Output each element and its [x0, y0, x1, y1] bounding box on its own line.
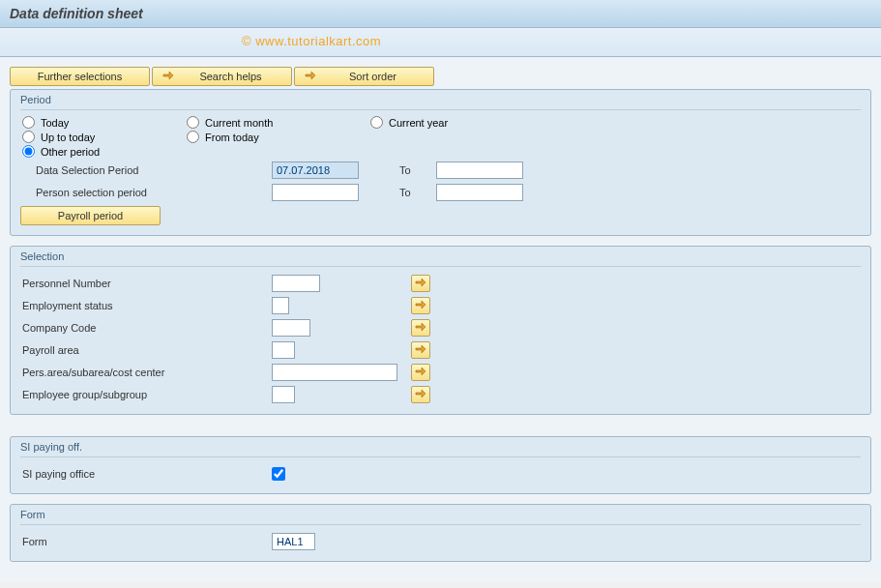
multiple-selection-button[interactable]: [411, 364, 430, 381]
selection-label: Personnel Number: [20, 278, 272, 289]
arrow-right-icon: [415, 389, 426, 400]
sort-order-button[interactable]: Sort order: [294, 67, 434, 86]
selection-input[interactable]: [272, 386, 295, 403]
radio-current-year[interactable]: Current year: [368, 116, 523, 129]
arrow-right-icon: [415, 278, 426, 289]
si-legend: SI paying off.: [20, 439, 861, 457]
arrow-right-icon: [415, 300, 426, 311]
further-selections-label: Further selections: [38, 71, 122, 82]
arrow-right-icon: [162, 71, 174, 82]
form-group: Form Form: [10, 504, 871, 562]
sort-order-label: Sort order: [322, 71, 424, 82]
radio-current-month[interactable]: Current month: [185, 116, 368, 129]
radio-other-period-label: Other period: [41, 146, 100, 158]
selection-input[interactable]: [272, 297, 289, 314]
search-helps-label: Search helps: [180, 71, 281, 82]
to-label-1: To: [388, 164, 436, 176]
radio-up-to-today-input[interactable]: [22, 131, 35, 143]
multiple-selection-button[interactable]: [411, 319, 430, 337]
selection-row: Employment status: [20, 295, 861, 315]
arrow-right-icon: [415, 344, 426, 356]
radio-other-period-input[interactable]: [22, 145, 35, 158]
person-selection-period-label: Person selection period: [20, 187, 185, 198]
period-legend: Period: [20, 92, 861, 110]
selection-label: Employment status: [20, 300, 272, 311]
radio-current-year-label: Current year: [389, 117, 448, 129]
subheader: © www.tutorialkart.com: [0, 28, 881, 57]
radio-today-input[interactable]: [22, 116, 35, 129]
selection-input[interactable]: [272, 319, 310, 337]
radio-current-month-label: Current month: [205, 117, 273, 129]
radio-current-month-input[interactable]: [187, 116, 199, 129]
selection-input[interactable]: [272, 364, 397, 381]
payroll-period-label: Payroll period: [58, 210, 123, 221]
form-label: Form: [20, 536, 272, 547]
selection-label: Employee group/subgroup: [20, 389, 272, 400]
multiple-selection-button[interactable]: [411, 275, 430, 292]
radio-up-to-today[interactable]: Up to today: [20, 131, 185, 143]
radio-today[interactable]: Today: [20, 116, 185, 129]
selection-row: Personnel Number: [20, 273, 861, 293]
data-selection-period-label: Data Selection Period: [20, 164, 185, 176]
person-selection-period-to-input[interactable]: [436, 184, 523, 201]
period-group: Period Today Current month Current year …: [10, 89, 871, 236]
radio-today-label: Today: [41, 117, 69, 129]
selection-input[interactable]: [272, 341, 295, 359]
multiple-selection-button[interactable]: [411, 386, 430, 403]
selection-label: Payroll area: [20, 344, 272, 356]
page-title: Data definition sheet: [10, 6, 143, 21]
selection-legend: Selection: [20, 249, 861, 267]
selection-label: Pers.area/subarea/cost center: [20, 367, 272, 378]
selection-group: Selection Personnel NumberEmployment sta…: [10, 246, 871, 415]
selection-row: Pers.area/subarea/cost center: [20, 362, 861, 382]
radio-up-to-today-label: Up to today: [41, 132, 95, 143]
si-paying-off-group: SI paying off. SI paying office: [10, 436, 871, 494]
selection-label: Company Code: [20, 322, 272, 334]
arrow-right-icon: [415, 322, 426, 334]
radio-from-today-label: From today: [205, 132, 259, 143]
si-paying-office-label: SI paying office: [20, 468, 272, 480]
radio-from-today-input[interactable]: [187, 131, 199, 143]
toolbar: Further selections Search helps Sort ord…: [10, 67, 871, 86]
radio-other-period[interactable]: Other period: [20, 145, 185, 158]
arrow-right-icon: [415, 367, 426, 378]
selection-row: Company Code: [20, 317, 861, 338]
payroll-period-button[interactable]: Payroll period: [20, 206, 161, 225]
person-selection-period-input[interactable]: [272, 184, 359, 201]
form-legend: Form: [20, 507, 861, 525]
search-helps-button[interactable]: Search helps: [152, 67, 292, 86]
form-input[interactable]: [272, 533, 315, 550]
watermark-text: © www.tutorialkart.com: [242, 34, 381, 48]
multiple-selection-button[interactable]: [411, 341, 430, 359]
selection-input[interactable]: [272, 275, 320, 292]
data-selection-period-to-input[interactable]: [436, 162, 523, 179]
selection-row: Employee group/subgroup: [20, 384, 861, 404]
si-paying-office-checkbox[interactable]: [272, 467, 285, 481]
to-label-2: To: [388, 187, 436, 198]
data-selection-period-input[interactable]: [272, 162, 359, 179]
multiple-selection-button[interactable]: [411, 297, 430, 314]
further-selections-button[interactable]: Further selections: [10, 67, 150, 86]
selection-row: Payroll area: [20, 339, 861, 360]
titlebar: Data definition sheet: [0, 0, 881, 28]
radio-from-today[interactable]: From today: [185, 131, 368, 143]
radio-current-year-input[interactable]: [370, 116, 383, 129]
arrow-right-icon: [305, 71, 316, 82]
